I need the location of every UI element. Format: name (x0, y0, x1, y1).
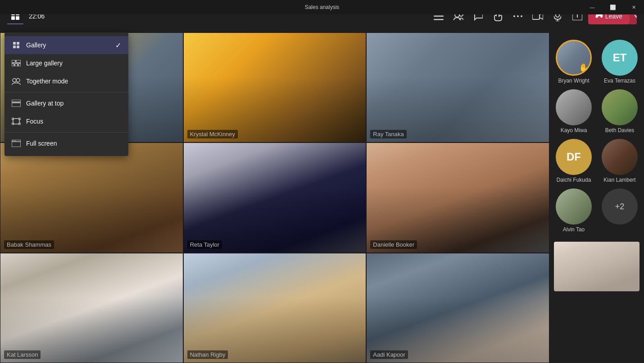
avatar-name-kayo: Kayo Miwa (561, 127, 587, 133)
fullscreen-label: Full screen (26, 140, 57, 147)
sidebar-participant-kian: Kian Lambert (599, 139, 640, 183)
view-dropdown-menu: Gallery ✓ Large gallery Together mode (5, 32, 128, 156)
participant-name-reta: Reta Taylor (187, 240, 222, 249)
video-cell-danielle: Danielle Booker (366, 142, 549, 253)
together-label: Together mode (26, 78, 68, 85)
participant-name-nathan: Nathan Rigby (187, 350, 228, 359)
menu-separator-2 (5, 132, 128, 133)
svg-rect-2 (434, 19, 444, 20)
sidebar-pair-2: Kayo Miwa Beth Davies (553, 89, 640, 133)
focus-icon (12, 117, 21, 126)
video-cell-kat: Kat Larsson (0, 253, 183, 363)
svg-point-31 (15, 140, 16, 141)
more-icon (513, 15, 522, 18)
svg-point-30 (14, 140, 15, 141)
more-count: +2 (615, 202, 625, 211)
avatar-kayo (556, 89, 592, 125)
window-controls: — ⬜ ✕ (582, 0, 644, 14)
svg-rect-17 (15, 64, 18, 66)
menu-separator (5, 92, 128, 92)
video-cell-ray: Ray Tanaka (366, 32, 549, 142)
participant-name-babak: Babak Shammas (4, 240, 54, 249)
video-cell-babak: Babak Shammas (0, 142, 183, 253)
together-icon (12, 77, 21, 86)
avatar-name-kian: Kian Lambert (603, 177, 635, 183)
avatar-beth (602, 89, 638, 125)
sidebar-participant-beth: Beth Davies (599, 89, 640, 133)
self-view-video (554, 242, 639, 291)
svg-rect-15 (16, 60, 21, 63)
svg-rect-24 (12, 118, 14, 119)
participant-name-aadi: Aadi Kapoor (370, 350, 408, 359)
menu-item-fullscreen[interactable]: Full screen (5, 134, 128, 152)
svg-point-6 (517, 15, 519, 17)
large-gallery-label: Large gallery (26, 60, 63, 67)
gallery-check: ✓ (115, 41, 121, 50)
menu-item-gallery-top[interactable]: Gallery at top (5, 94, 128, 112)
more-participants-badge[interactable]: +2 (602, 188, 638, 225)
svg-rect-26 (12, 123, 14, 125)
svg-point-20 (16, 78, 20, 82)
focus-label: Focus (26, 118, 43, 125)
participant-name-krystal: Krystal McKinney (187, 130, 238, 138)
avatar-name-daichi: Daichi Fukuda (557, 177, 591, 183)
avatar-kian (602, 139, 638, 175)
close-button[interactable]: ✕ (623, 0, 644, 14)
svg-rect-25 (19, 118, 21, 119)
avatar-eva: ET (602, 40, 638, 76)
participant-name-kat: Kat Larsson (4, 350, 41, 359)
svg-rect-18 (18, 64, 21, 66)
svg-rect-27 (19, 123, 21, 125)
gallery-label: Gallery (26, 41, 46, 49)
gallery-top-icon (12, 99, 21, 108)
avatar-bryan: ✋ (556, 40, 592, 76)
svg-rect-21 (12, 100, 21, 102)
sidebar: ✋ Bryan Wright ET Eva Terrazas Kayo Miwa (549, 32, 644, 363)
menu-item-together[interactable]: Together mode (5, 72, 128, 90)
chevron-down-icon (635, 15, 637, 18)
avatar-name-eva: Eva Terrazas (604, 78, 635, 84)
video-cell-krystal: Krystal McKinney (183, 32, 367, 142)
avatar-name-beth: Beth Davies (605, 127, 635, 133)
participant-name-ray: Ray Tanaka (370, 130, 406, 138)
hand-raise-icon: ✋ (579, 63, 589, 73)
sidebar-participant-bryan: ✋ Bryan Wright (553, 40, 594, 84)
minimize-button[interactable]: — (582, 0, 603, 14)
large-gallery-icon (12, 59, 21, 68)
svg-point-29 (13, 140, 14, 141)
menu-item-gallery[interactable]: Gallery ✓ (5, 36, 128, 54)
participant-name-danielle: Danielle Booker (370, 240, 417, 249)
avatar-name-bryan: Bryan Wright (558, 78, 589, 84)
sidebar-participant-alvin: Alvin Tao (553, 188, 594, 233)
svg-point-7 (521, 15, 522, 17)
maximize-button[interactable]: ⬜ (603, 0, 623, 14)
sidebar-participant-more[interactable]: +2 (599, 188, 640, 233)
video-cell-reta: Reta Taylor (183, 142, 367, 253)
avatar-alvin (556, 188, 592, 225)
sidebar-pair-4: Alvin Tao +2 (553, 188, 640, 233)
menu-item-focus[interactable]: Focus (5, 112, 128, 130)
svg-rect-16 (12, 64, 14, 66)
svg-rect-23 (13, 119, 19, 124)
menu-item-large-gallery[interactable]: Large gallery (5, 54, 128, 72)
window-title: Sales analysis (305, 4, 340, 10)
sidebar-participant-kayo: Kayo Miwa (553, 89, 594, 133)
avatar-daichi: DF (556, 139, 592, 175)
sidebar-participant-daichi: DF Daichi Fukuda (553, 139, 594, 183)
svg-rect-1 (434, 16, 444, 17)
svg-point-19 (13, 78, 16, 82)
sidebar-participant-eva: ET Eva Terrazas (599, 40, 640, 84)
sidebar-pair-3: DF Daichi Fukuda Kian Lambert (553, 139, 640, 183)
video-cell-aadi: Aadi Kapoor (366, 253, 549, 363)
svg-rect-22 (12, 103, 21, 107)
video-cell-nathan: Nathan Rigby (183, 253, 367, 363)
gallery-top-label: Gallery at top (26, 100, 63, 107)
fullscreen-icon (12, 139, 21, 148)
title-bar: Sales analysis — ⬜ ✕ (0, 0, 644, 14)
svg-rect-14 (12, 60, 15, 63)
sidebar-pair-1: ✋ Bryan Wright ET Eva Terrazas (553, 40, 640, 84)
avatar-name-alvin: Alvin Tao (563, 226, 585, 233)
gallery-icon (12, 41, 21, 50)
svg-point-5 (513, 15, 515, 17)
